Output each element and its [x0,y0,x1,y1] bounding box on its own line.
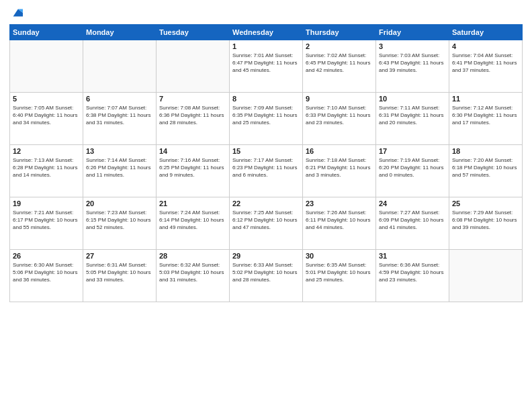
day-number: 11 [452,95,519,103]
day-info: Sunrise: 6:33 AM Sunset: 5:02 PM Dayligh… [232,261,300,284]
calendar-cell: 22Sunrise: 7:25 AM Sunset: 6:12 PM Dayli… [230,197,303,250]
day-number: 6 [86,95,153,103]
day-number: 18 [452,147,519,155]
calendar-cell: 17Sunrise: 7:19 AM Sunset: 6:20 PM Dayli… [376,145,449,197]
day-info: Sunrise: 7:02 AM Sunset: 6:45 PM Dayligh… [306,52,373,75]
calendar-cell: 21Sunrise: 7:24 AM Sunset: 6:14 PM Dayli… [157,197,230,250]
day-info: Sunrise: 7:10 AM Sunset: 6:33 PM Dayligh… [306,104,373,127]
day-number: 27 [86,252,153,260]
calendar-cell: 10Sunrise: 7:11 AM Sunset: 6:31 PM Dayli… [376,93,449,145]
day-number: 17 [379,147,446,155]
day-info: Sunrise: 7:24 AM Sunset: 6:14 PM Dayligh… [159,209,226,232]
calendar-cell [449,250,523,302]
week-row-4: 19Sunrise: 7:21 AM Sunset: 6:17 PM Dayli… [10,197,523,250]
day-info: Sunrise: 7:01 AM Sunset: 6:47 PM Dayligh… [232,52,300,75]
day-info: Sunrise: 7:27 AM Sunset: 6:09 PM Dayligh… [379,209,446,232]
calendar-cell: 15Sunrise: 7:17 AM Sunset: 6:23 PM Dayli… [230,145,303,197]
day-number: 23 [306,199,373,208]
day-info: Sunrise: 7:19 AM Sunset: 6:20 PM Dayligh… [379,156,446,179]
col-header-thursday: Thursday [303,25,376,40]
col-header-sunday: Sunday [10,25,83,40]
day-info: Sunrise: 6:31 AM Sunset: 5:05 PM Dayligh… [86,261,153,284]
day-number: 26 [13,252,80,260]
day-info: Sunrise: 7:11 AM Sunset: 6:31 PM Dayligh… [379,104,446,127]
calendar-cell: 12Sunrise: 7:13 AM Sunset: 6:28 PM Dayli… [10,145,83,197]
day-info: Sunrise: 7:04 AM Sunset: 6:41 PM Dayligh… [452,52,519,75]
day-number: 16 [306,147,373,155]
calendar-cell: 5Sunrise: 7:05 AM Sunset: 6:40 PM Daylig… [10,93,83,145]
day-number: 2 [306,42,373,50]
day-number: 15 [232,147,300,155]
calendar-cell: 9Sunrise: 7:10 AM Sunset: 6:33 PM Daylig… [303,93,376,145]
calendar-cell: 25Sunrise: 7:29 AM Sunset: 6:08 PM Dayli… [449,197,523,250]
day-number: 25 [452,199,519,208]
day-number: 30 [306,252,373,260]
day-number: 3 [379,42,446,50]
calendar-cell: 14Sunrise: 7:16 AM Sunset: 6:25 PM Dayli… [157,145,230,197]
day-number: 13 [86,147,153,155]
calendar-cell: 24Sunrise: 7:27 AM Sunset: 6:09 PM Dayli… [376,197,449,250]
calendar-cell: 16Sunrise: 7:18 AM Sunset: 6:21 PM Dayli… [303,145,376,197]
calendar-cell: 7Sunrise: 7:08 AM Sunset: 6:36 PM Daylig… [157,93,230,145]
calendar-cell: 23Sunrise: 7:26 AM Sunset: 6:11 PM Dayli… [303,197,376,250]
calendar-cell: 30Sunrise: 6:35 AM Sunset: 5:01 PM Dayli… [303,250,376,302]
day-info: Sunrise: 7:08 AM Sunset: 6:36 PM Dayligh… [159,104,226,127]
col-header-wednesday: Wednesday [230,25,303,40]
day-info: Sunrise: 7:03 AM Sunset: 6:43 PM Dayligh… [379,52,446,75]
day-number: 22 [232,199,300,208]
col-header-friday: Friday [376,25,449,40]
page-header [9,7,523,19]
day-number: 7 [159,95,226,103]
day-info: Sunrise: 7:18 AM Sunset: 6:21 PM Dayligh… [306,156,373,179]
day-info: Sunrise: 7:12 AM Sunset: 6:30 PM Dayligh… [452,104,519,127]
calendar-cell: 1Sunrise: 7:01 AM Sunset: 6:47 PM Daylig… [230,40,303,93]
calendar-cell: 26Sunrise: 6:30 AM Sunset: 5:06 PM Dayli… [10,250,83,302]
day-info: Sunrise: 6:35 AM Sunset: 5:01 PM Dayligh… [306,261,373,284]
calendar-cell: 3Sunrise: 7:03 AM Sunset: 6:43 PM Daylig… [376,40,449,93]
day-info: Sunrise: 7:14 AM Sunset: 6:26 PM Dayligh… [86,156,153,179]
week-row-5: 26Sunrise: 6:30 AM Sunset: 5:06 PM Dayli… [10,250,523,302]
day-number: 14 [159,147,226,155]
calendar-cell: 28Sunrise: 6:32 AM Sunset: 5:03 PM Dayli… [157,250,230,302]
day-number: 5 [13,95,80,103]
calendar-cell [83,40,157,93]
day-info: Sunrise: 7:23 AM Sunset: 6:15 PM Dayligh… [86,209,153,232]
day-info: Sunrise: 7:16 AM Sunset: 6:25 PM Dayligh… [159,156,226,179]
day-info: Sunrise: 7:09 AM Sunset: 6:35 PM Dayligh… [232,104,300,127]
day-number: 19 [13,199,80,208]
day-number: 20 [86,199,153,208]
day-info: Sunrise: 7:05 AM Sunset: 6:40 PM Dayligh… [13,104,80,127]
calendar-cell: 8Sunrise: 7:09 AM Sunset: 6:35 PM Daylig… [230,93,303,145]
calendar-cell [10,40,83,93]
col-header-monday: Monday [83,25,157,40]
day-info: Sunrise: 7:25 AM Sunset: 6:12 PM Dayligh… [232,209,300,232]
day-number: 31 [379,252,446,260]
calendar-cell [157,40,230,93]
day-number: 10 [379,95,446,103]
calendar-cell: 4Sunrise: 7:04 AM Sunset: 6:41 PM Daylig… [449,40,523,93]
day-number: 12 [13,147,80,155]
day-number: 21 [159,199,226,208]
day-info: Sunrise: 6:32 AM Sunset: 5:03 PM Dayligh… [159,261,226,284]
day-info: Sunrise: 6:30 AM Sunset: 5:06 PM Dayligh… [13,261,80,284]
day-info: Sunrise: 7:21 AM Sunset: 6:17 PM Dayligh… [13,209,80,232]
logo [9,7,23,19]
calendar-cell: 6Sunrise: 7:07 AM Sunset: 6:38 PM Daylig… [83,93,157,145]
calendar-cell: 20Sunrise: 7:23 AM Sunset: 6:15 PM Dayli… [83,197,157,250]
calendar-cell: 27Sunrise: 6:31 AM Sunset: 5:05 PM Dayli… [83,250,157,302]
day-info: Sunrise: 7:26 AM Sunset: 6:11 PM Dayligh… [306,209,373,232]
week-row-2: 5Sunrise: 7:05 AM Sunset: 6:40 PM Daylig… [10,93,523,145]
day-info: Sunrise: 7:29 AM Sunset: 6:08 PM Dayligh… [452,209,519,232]
day-info: Sunrise: 6:36 AM Sunset: 4:59 PM Dayligh… [379,261,446,284]
calendar-cell: 18Sunrise: 7:20 AM Sunset: 6:18 PM Dayli… [449,145,523,197]
week-row-3: 12Sunrise: 7:13 AM Sunset: 6:28 PM Dayli… [10,145,523,197]
week-row-1: 1Sunrise: 7:01 AM Sunset: 6:47 PM Daylig… [10,40,523,93]
day-info: Sunrise: 7:17 AM Sunset: 6:23 PM Dayligh… [232,156,300,179]
col-header-saturday: Saturday [449,25,523,40]
day-info: Sunrise: 7:13 AM Sunset: 6:28 PM Dayligh… [13,156,80,179]
calendar-cell: 19Sunrise: 7:21 AM Sunset: 6:17 PM Dayli… [10,197,83,250]
day-info: Sunrise: 7:20 AM Sunset: 6:18 PM Dayligh… [452,156,519,179]
calendar-cell: 31Sunrise: 6:36 AM Sunset: 4:59 PM Dayli… [376,250,449,302]
day-info: Sunrise: 7:07 AM Sunset: 6:38 PM Dayligh… [86,104,153,127]
calendar-cell: 2Sunrise: 7:02 AM Sunset: 6:45 PM Daylig… [303,40,376,93]
